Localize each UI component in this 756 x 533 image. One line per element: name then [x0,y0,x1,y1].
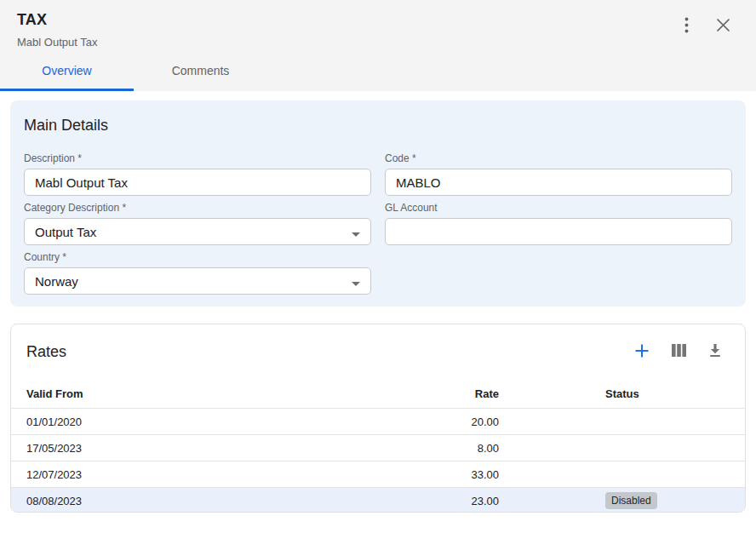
description-input[interactable] [24,169,371,196]
close-icon [716,18,730,35]
table-row[interactable]: 01/01/2020 20.00 [11,408,745,434]
vertical-ellipsis-icon [684,17,689,36]
category-description-select[interactable]: Output Tax [24,218,371,245]
rate-cell: 20.00 [403,416,499,428]
valid-from-cell: 12/07/2023 [11,468,403,481]
column-settings-button[interactable] [670,341,688,362]
table-row-selected[interactable]: 08/08/2023 23.00 Disabled [11,487,745,513]
more-options-button[interactable] [683,15,690,37]
code-label: Code * [385,152,732,164]
status-badge: Disabled [605,492,657,509]
tax-dialog: TAX Mabl Output Tax Overview [0,0,756,513]
country-label: Country * [24,251,371,263]
valid-from-cell: 01/01/2020 [11,416,403,428]
dialog-content: Main Details Description * Code * Catego… [0,91,756,513]
download-button[interactable] [707,341,724,362]
rates-title: Rates [26,341,66,363]
gl-account-field-group: GL Account [385,202,732,245]
tab-overview[interactable]: Overview [0,54,134,91]
dialog-header: TAX Mabl Output Tax Overview [0,0,756,91]
tab-comments[interactable]: Comments [134,54,267,91]
status-cell: Disabled [499,492,745,509]
caret-down-icon [352,225,360,239]
table-row[interactable]: 12/07/2023 33.00 [11,461,745,487]
category-description-field-group: Category Description * Output Tax [24,202,371,245]
category-description-value: Output Tax [35,225,96,239]
column-header-rate: Rate [403,387,499,400]
rate-cell: 33.00 [403,468,499,481]
column-header-status: Status [499,387,745,400]
close-button[interactable] [714,16,732,37]
page-title: TAX [17,10,97,29]
rates-header: Rates [11,324,745,379]
country-select[interactable]: Norway [24,267,371,295]
tab-comments-label: Comments [172,64,230,77]
tab-bar: Overview Comments [0,54,267,91]
columns-icon [672,343,686,360]
rates-table: Valid From Rate Status 01/01/2020 20.00 … [11,379,745,513]
main-details-form: Description * Code * Category Descriptio… [24,152,732,295]
header-actions [683,10,732,37]
category-description-label: Category Description * [24,202,371,214]
rate-cell: 23.00 [403,495,499,507]
download-icon [708,343,722,360]
code-field-group: Code * [385,152,732,196]
country-value: Norway [35,274,78,289]
add-rate-button[interactable] [633,341,651,363]
main-details-section: Main Details Description * Code * Catego… [10,100,746,307]
caret-down-icon [352,274,360,289]
gl-account-label: GL Account [385,202,732,214]
title-block: TAX Mabl Output Tax [17,10,97,49]
rate-cell: 8.00 [403,442,499,455]
table-row[interactable]: 17/05/2023 8.00 [11,434,745,461]
gl-account-input[interactable] [385,218,732,245]
tab-overview-label: Overview [42,64,91,77]
description-label: Description * [24,152,371,164]
column-header-valid-from: Valid From [11,387,403,400]
valid-from-cell: 08/08/2023 [11,495,403,507]
country-field-group: Country * Norway [24,251,371,295]
main-details-title: Main Details [24,114,732,136]
rates-section: Rates [10,324,746,513]
description-field-group: Description * [24,152,371,196]
add-icon [634,343,650,361]
code-input[interactable] [385,169,732,196]
rates-table-header-row: Valid From Rate Status [11,379,745,408]
rates-toolbar [633,341,724,363]
valid-from-cell: 17/05/2023 [11,442,403,455]
page-subtitle: Mabl Output Tax [17,36,97,49]
